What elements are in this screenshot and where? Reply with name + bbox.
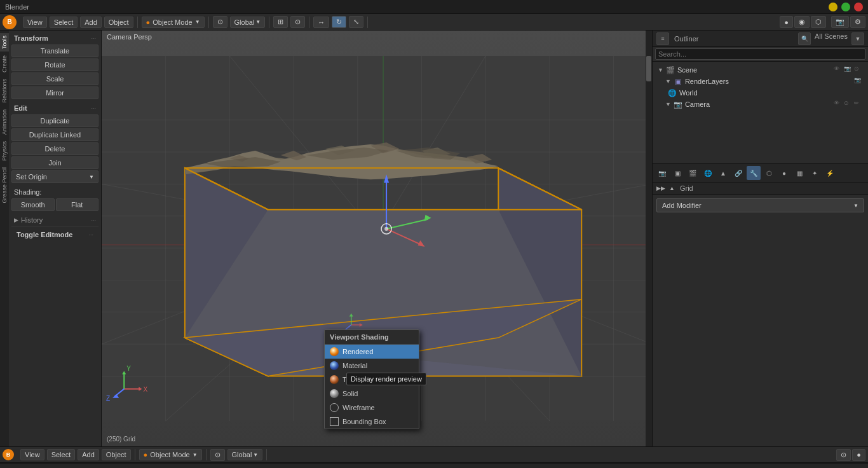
texture-props-btn[interactable]: ▦ [792,166,806,180]
particles-icon: ✦ [812,170,817,177]
settings-btn[interactable]: ⚙ [850,16,865,28]
pivot-btn[interactable]: ⊙ [213,16,227,28]
bounding-box-option[interactable]: Bounding Box [325,415,419,429]
tab-relations[interactable]: Relations [0,76,9,106]
tab-physics[interactable]: Physics [0,139,9,163]
history-collapse[interactable]: ▶ History ··· [11,215,98,225]
search-icon: 🔍 [801,36,808,42]
mode-select[interactable]: ● Object Mode ▼ [142,17,205,28]
tab-tools[interactable]: Tools [0,33,9,52]
render-btn[interactable]: 📷 [831,16,849,28]
scene-props-btn[interactable]: 🎬 [686,166,700,180]
renderlayers-item[interactable]: ▼ ▣ RenderLayers 📷 [663,76,865,87]
scene-tree-item[interactable]: ▼ 🎬 Scene 👁 📷 ⊙ [655,64,865,76]
camera-icon[interactable]: 📷 [844,65,853,74]
search-button[interactable]: 🔍 [798,32,811,45]
window-titlebar: Blender [0,0,868,14]
texture-option[interactable]: Texture [325,373,419,387]
add-menu[interactable]: Add [80,17,102,28]
solid-option[interactable]: Solid [325,387,419,401]
select-menu[interactable]: Select [50,17,78,28]
data-icon: ⬡ [766,170,772,177]
scale-tool[interactable]: ⤡ [349,16,363,28]
maximize-button[interactable] [841,3,850,11]
eye-icon[interactable]: 👁 [834,65,843,74]
constraints-props-btn[interactable]: 🔗 [731,166,745,180]
add-modifier-chevron: ▼ [853,203,858,209]
camera-render-icon[interactable]: 📷 [854,77,863,86]
rendered-option[interactable]: Rendered [325,345,419,359]
renderlayers-props-btn[interactable]: ▣ [670,166,684,180]
wire-shading-btn[interactable]: ⬡ [811,16,826,28]
delete-button[interactable]: Delete [11,142,98,155]
mirror-button[interactable]: Mirror [11,86,98,99]
render-props-btn[interactable]: 📷 [655,166,669,180]
rendered-shading-btn[interactable]: ◉ [794,16,810,28]
bottom-shading-2[interactable]: ● [852,449,865,461]
tab-create[interactable]: Create [0,53,9,75]
set-origin-dropdown[interactable]: Set Origin ▼ [11,170,98,183]
mode-chevron: ▼ [195,19,200,25]
object-menu[interactable]: Object [104,17,133,28]
bottom-view-menu[interactable]: View [20,449,44,460]
snap-btn[interactable]: ⊞ [273,16,288,28]
solid-shading-btn[interactable]: ● [780,16,793,28]
material-props-btn[interactable]: ● [777,166,791,180]
viewport-scrollbar-thumb[interactable] [646,56,651,81]
outliner-icon-btn[interactable]: ≡ [656,32,669,45]
constraints-icon: 🔗 [735,170,742,177]
smooth-button[interactable]: Smooth [11,198,55,211]
filter-btn[interactable]: ▼ [851,32,864,45]
wireframe-option[interactable]: Wireframe [325,401,419,415]
data-props-btn[interactable]: ⬡ [762,166,776,180]
minimize-button[interactable] [829,3,837,11]
bottom-global-btn[interactable]: Global ▼ [227,449,263,460]
viewport-shading-popup: Viewport Shading Rendered Material Textu… [324,329,419,429]
outliner-search-bar [653,47,868,62]
material-option[interactable]: Material [325,359,419,373]
bottom-shading-1[interactable]: ⊙ [836,449,851,461]
duplicate-button[interactable]: Duplicate [11,114,98,127]
bottom-pivot-btn[interactable]: ⊙ [210,449,225,461]
scale-button[interactable]: Scale [11,72,98,85]
edit-cam-icon[interactable]: ✏ [854,100,863,109]
duplicate-linked-button[interactable]: Duplicate Linked [11,128,98,141]
eye-cam-icon[interactable]: 👁 [834,100,843,109]
add-modifier-button[interactable]: Add Modifier ▼ [656,198,864,212]
bottom-add-menu[interactable]: Add [78,449,99,460]
viewport-scrollbar[interactable] [646,31,652,446]
close-button[interactable] [854,3,863,11]
blender-logo[interactable]: B [3,15,17,29]
object-props-btn[interactable]: ▲ [716,166,730,180]
camera-item[interactable]: ▼ 📷 Camera 👁 ⊙ ✏ [663,99,865,110]
join-button[interactable]: Join [11,156,98,169]
world-props-btn[interactable]: 🌐 [701,166,715,180]
camera-props-icon: 📷 [658,170,666,177]
rotate-button[interactable]: Rotate [11,59,98,71]
material-icon [330,361,339,370]
translate-button[interactable]: Translate [11,45,98,57]
bottom-object-menu[interactable]: Object [102,449,131,460]
tab-animation[interactable]: Animation [0,107,9,137]
bottom-blender-logo[interactable]: B [3,449,14,460]
translate-tool[interactable]: ↔ [313,17,329,28]
render-cam-icon[interactable]: ⊙ [844,100,853,109]
rotate-tool[interactable]: ↻ [332,16,346,28]
particles-props-btn[interactable]: ✦ [808,166,822,180]
search-input[interactable] [655,48,865,60]
physics-props-btn[interactable]: ⚡ [823,166,837,180]
proportional-btn[interactable]: ⊙ [290,16,305,28]
render-icon[interactable]: ⊙ [854,65,863,74]
tab-grease-pencil[interactable]: Grease Pencil [0,165,9,206]
mode-icon: ● [146,18,151,26]
view-menu[interactable]: View [23,17,47,28]
modifiers-props-btn[interactable]: 🔧 [747,166,761,180]
flat-button[interactable]: Flat [56,198,99,211]
separator-3 [269,17,269,28]
bottom-select-menu[interactable]: Select [47,449,76,460]
transform-orient-btn[interactable]: Global ▼ [230,17,266,28]
bottom-mode-select[interactable]: ● Object Mode ▼ [139,449,202,460]
svg-point-41 [384,227,388,231]
viewport[interactable]: X Y Z Camera Persp (250) Grid Viewport S… [102,31,652,446]
world-item[interactable]: 🌐 World [663,87,865,99]
